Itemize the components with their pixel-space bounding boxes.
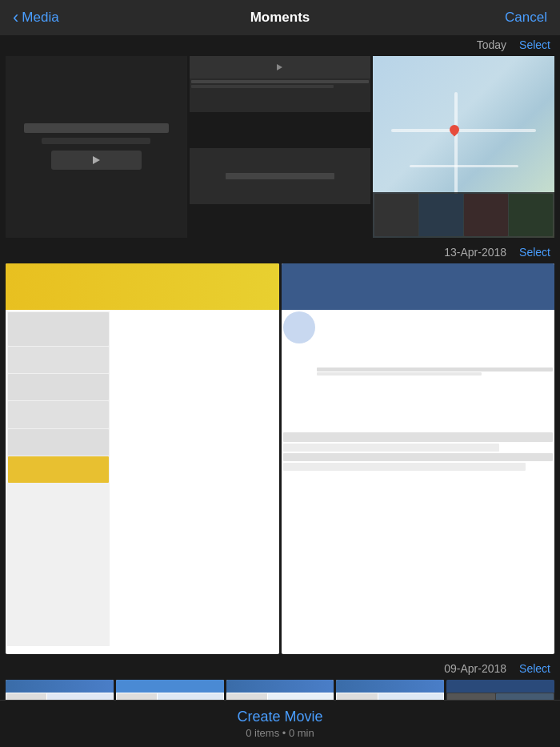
apr13-date: 13-Apr-2018 [444, 246, 506, 259]
apr13-photo-1[interactable] [6, 263, 279, 654]
apr13-section-header: 13-Apr-2018 Select [3, 241, 557, 263]
today-section-header: Today Select [3, 35, 557, 54]
create-movie-subtitle: 0 items • 0 min [8, 727, 552, 739]
today-photo-map[interactable] [373, 56, 554, 238]
today-photo-1[interactable] [6, 56, 187, 238]
chevron-left-icon: ‹ [13, 9, 18, 26]
back-button[interactable]: ‹ Media [13, 9, 59, 26]
today-photo-3[interactable] [190, 148, 371, 204]
apr13-grid [3, 263, 557, 657]
apr9-select-button[interactable]: Select [519, 662, 550, 675]
apr9-section-header: 09-Apr-2018 Select [3, 657, 557, 680]
today-section [3, 54, 557, 241]
create-movie-button[interactable]: Create Movie [8, 709, 552, 725]
content-area: Today Select [0, 35, 560, 747]
today-label: Today [477, 38, 506, 51]
cancel-button[interactable]: Cancel [505, 10, 547, 26]
header: ‹ Media Moments Cancel [0, 0, 560, 35]
today-grid [6, 56, 554, 238]
bottom-bar: Create Movie 0 items • 0 min [0, 700, 560, 747]
page-title: Moments [250, 10, 310, 26]
apr13-select-button[interactable]: Select [519, 246, 550, 259]
apr13-photo-2[interactable] [282, 263, 555, 654]
apr9-date: 09-Apr-2018 [444, 662, 506, 675]
today-photo-2[interactable] [190, 56, 371, 112]
back-label[interactable]: Media [22, 10, 58, 26]
today-select-button[interactable]: Select [519, 38, 550, 51]
